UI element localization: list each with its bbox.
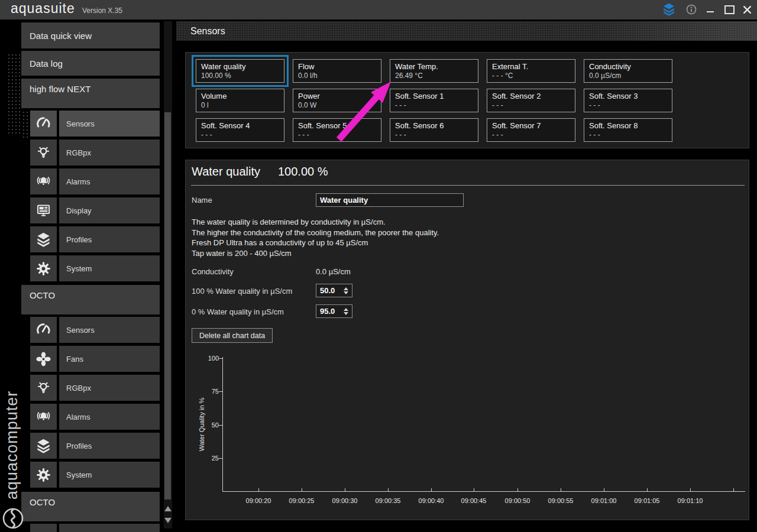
sensor-tile-volume[interactable]: Volume 0 l	[196, 89, 284, 112]
x-tick-label: 09:00:35	[376, 497, 401, 504]
name-label: Name	[192, 196, 212, 205]
sidebar-item-alarms-octo[interactable]: Alarms	[30, 404, 160, 430]
scrollbar-thumb[interactable]	[164, 112, 171, 499]
sensor-tile-soft-sensor-7[interactable]: Soft. Sensor 7 - - -	[487, 118, 575, 142]
alarm-bell-icon	[30, 168, 57, 194]
y-tick-label: 25	[201, 455, 219, 462]
sidebar-item-sensors[interactable]: Sensors	[30, 111, 160, 137]
dots-decoration	[7, 53, 20, 135]
sidebar-item-profiles[interactable]: Profiles	[30, 226, 160, 252]
gear-icon	[30, 255, 57, 281]
sidebar-item-label: System	[59, 462, 160, 488]
sidebar-item-label: Display	[59, 197, 160, 223]
x-tick-label: 09:00:50	[505, 497, 530, 504]
scroll-down-button[interactable]	[164, 515, 172, 525]
sidebar-item-label: Data log	[30, 59, 63, 69]
minimize-button[interactable]	[703, 2, 718, 17]
sensor-tile-soft-sensor-4[interactable]: Soft. Sensor 4 - - -	[196, 118, 284, 142]
sidebar-group-label: OCTO	[30, 290, 55, 300]
info-icon[interactable]	[684, 2, 699, 17]
scroll-up-button[interactable]	[164, 503, 172, 514]
sidebar-item-fans[interactable]: Fans	[30, 346, 160, 372]
sidebar-item-label: Alarms	[59, 404, 160, 430]
sensor-tile-water-temp[interactable]: Water Temp. 26.49 °C	[390, 59, 478, 83]
conductivity-value: 0.0 µS/cm	[316, 267, 351, 276]
sidebar-item-alarms[interactable]: Alarms	[30, 168, 160, 194]
sidebar-item-label: RGBpx	[59, 140, 160, 166]
sidebar-item-rgbpx[interactable]: RGBpx	[30, 140, 160, 166]
close-button[interactable]	[739, 2, 755, 17]
sidebar-item-label: Fans	[59, 346, 160, 372]
sensor-tile-soft-sensor-2[interactable]: Soft. Sensor 2 - - -	[487, 89, 575, 112]
fan-icon	[30, 346, 57, 372]
spin-down-icon[interactable]	[344, 312, 348, 315]
y-tick-label: 75	[201, 388, 219, 395]
sensor-tile-water-quality[interactable]: Water quality 100.00 %	[196, 59, 284, 83]
sidebar-item-label: Profiles	[59, 226, 160, 252]
sensor-tile-flow[interactable]: Flow 0.0 l/h	[293, 59, 381, 83]
page-header: Sensors	[176, 21, 757, 41]
water-quality-panel: Water quality 100.00 % Name The water qu…	[185, 160, 749, 520]
sidebar-item-label: System	[59, 255, 160, 281]
water-quality-chart: Water Quality in % 100 75 50 25	[186, 352, 750, 518]
sidebar-item-display[interactable]: Display	[30, 197, 160, 223]
spin-up-icon[interactable]	[344, 287, 348, 290]
maximize-button[interactable]	[722, 2, 737, 17]
name-input[interactable]	[316, 193, 464, 207]
page-title: Sensors	[190, 26, 225, 37]
q0-spinner[interactable]: 95.0	[316, 304, 352, 318]
sensor-tile-soft-sensor-5[interactable]: Soft. Sensor 5 - - -	[293, 118, 381, 142]
sidebar-group-label: OCTO	[30, 497, 55, 507]
sensor-tile-external-t[interactable]: External T. - - - °C	[487, 59, 575, 83]
x-axis-line	[222, 491, 745, 492]
main-area: Sensors Water quality 100.00 % Flow 0.0 …	[176, 20, 757, 532]
spin-down-icon[interactable]	[344, 291, 348, 294]
titlebar: aquasuite Version X.35	[0, 0, 757, 20]
sidebar-group-high-flow-next[interactable]: high flow NEXT	[21, 79, 160, 108]
delete-chart-data-button[interactable]: Delete all chart data	[192, 328, 273, 343]
brand-vertical-text: aquacomputer	[1, 374, 22, 516]
sidebar: Data quick view Data log high flow NEXT …	[0, 20, 176, 532]
sidebar-scrollbar[interactable]	[164, 21, 172, 528]
sidebar-item-label: Profiles	[59, 433, 160, 459]
x-tick-label: 09:01:00	[591, 497, 617, 504]
sidebar-item-profiles-octo[interactable]: Profiles	[30, 433, 160, 459]
dots-decoration	[22, 111, 30, 138]
sensor-tile-soft-sensor-6[interactable]: Soft. Sensor 6 - - -	[390, 118, 478, 142]
sidebar-group-octo-2[interactable]: OCTO	[21, 492, 160, 521]
layers-icon[interactable]	[661, 2, 677, 17]
aquacomputer-logo-icon	[1, 506, 25, 532]
sensor-tile-soft-sensor-1[interactable]: Soft. Sensor 1 - - -	[390, 89, 478, 112]
sidebar-group-octo[interactable]: OCTO	[21, 285, 160, 314]
aquasuite-window: aquasuite Version X.35	[0, 0, 757, 532]
x-tick-label: 09:00:25	[289, 497, 315, 504]
sensor-tile-power[interactable]: Power 0.0 W	[293, 89, 381, 112]
divider	[191, 185, 745, 186]
sensor-tile-soft-sensor-3[interactable]: Soft. Sensor 3 - - -	[584, 89, 672, 112]
app-logo: aquasuite	[11, 1, 75, 17]
sidebar-item-system[interactable]: System	[30, 255, 160, 281]
y-tick-label: 50	[201, 421, 219, 429]
spin-up-icon[interactable]	[344, 308, 348, 311]
x-tick-label: 09:00:40	[419, 497, 444, 504]
sidebar-item-sensors-octo[interactable]: Sensors	[30, 317, 160, 343]
sidebar-item-partial[interactable]	[30, 524, 160, 532]
hidden-icon	[30, 524, 57, 532]
q0-label: 0 % Water quality in µS/cm	[192, 307, 284, 316]
gauge-icon	[30, 317, 57, 343]
description-text: The water quality is determined by condu…	[192, 217, 439, 258]
sidebar-item-label: Sensors	[59, 317, 160, 343]
gauge-icon	[30, 111, 57, 137]
sidebar-item-data-log[interactable]: Data log	[21, 51, 160, 76]
conductivity-label: Conductivity	[192, 267, 234, 276]
sidebar-item-rgbpx-octo[interactable]: RGBpx	[30, 375, 160, 401]
q100-spinner[interactable]: 50.0	[316, 284, 352, 297]
sidebar-item-system-octo[interactable]: System	[30, 462, 160, 488]
sidebar-item-data-quick-view[interactable]: Data quick view	[21, 22, 160, 48]
sidebar-item-label: Alarms	[59, 168, 160, 194]
display-icon	[30, 197, 57, 223]
sensor-tile-soft-sensor-8[interactable]: Soft. Sensor 8 - - -	[584, 118, 672, 142]
sensor-tile-conductivity[interactable]: Conductivity 0.0 µS/cm	[584, 59, 672, 83]
bulb-icon	[30, 140, 57, 166]
sidebar-item-label: Sensors	[59, 111, 160, 137]
